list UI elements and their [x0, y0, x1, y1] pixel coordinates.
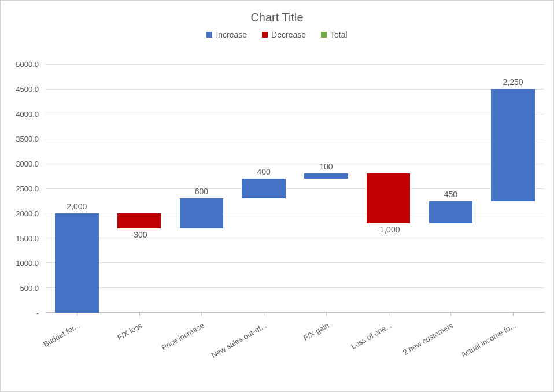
bar-data-label: -1,000: [357, 225, 420, 234]
bar-slot: 400: [232, 64, 295, 313]
x-axis-label: F/X gain: [302, 321, 330, 342]
bar-decrease: [117, 213, 161, 228]
legend-item-decrease: Decrease: [262, 30, 306, 39]
legend-item-increase: Increase: [206, 30, 247, 39]
bar-data-label: 450: [420, 190, 482, 199]
bar-increase: [491, 89, 534, 201]
bar-increase: [304, 173, 348, 179]
bar-data-label: 100: [295, 162, 357, 171]
bar-slot: -1,000: [357, 64, 420, 313]
legend-swatch-increase: [206, 32, 212, 38]
x-label-slot: Actual income fo...: [482, 315, 544, 379]
bar-increase: [180, 198, 223, 228]
bar-slot: 100: [295, 64, 357, 313]
x-label-slot: Budget for...: [46, 315, 108, 379]
x-tick: [389, 313, 389, 316]
bar-data-label: -300: [108, 230, 171, 239]
legend-swatch-total: [321, 32, 327, 38]
y-tick: 4500.0: [16, 85, 39, 94]
x-axis-label: F/X loss: [116, 321, 143, 342]
bar-data-label: 400: [232, 167, 295, 176]
x-axis: Budget for...F/X lossPrice increaseNew s…: [46, 315, 544, 379]
x-label-slot: New sales out-of...: [232, 315, 295, 379]
y-tick: 2000.0: [16, 209, 39, 218]
bar-increase: [55, 213, 98, 313]
legend-swatch-decrease: [262, 32, 268, 38]
x-tick: [450, 313, 451, 316]
bar-increase: [429, 201, 472, 224]
bars-wrap: 2,000-300600400100-1,0004502,250: [46, 64, 544, 313]
bar-data-label: 600: [171, 187, 233, 196]
x-axis-label: Budget for...: [42, 321, 81, 349]
x-tick: [513, 313, 514, 316]
y-tick: 1500.0: [16, 234, 39, 243]
x-tick: [326, 313, 327, 316]
y-tick: 5000.0: [16, 60, 39, 69]
chart-title: Chart Title: [1, 1, 553, 30]
bar-slot: 600: [171, 64, 233, 313]
y-axis: - 500.0 1000.0 1500.0 2000.0 2500.0 3000…: [6, 64, 43, 313]
legend-label-increase: Increase: [216, 30, 247, 39]
legend-item-total: Total: [321, 30, 348, 39]
bar-decrease: [367, 173, 410, 223]
y-tick: 1000.0: [16, 259, 39, 268]
x-tick: [264, 313, 264, 316]
y-tick: 2500.0: [16, 184, 39, 193]
y-tick: 3000.0: [16, 160, 39, 168]
chart-container: Chart Title Increase Decrease Total - 50…: [0, 0, 554, 392]
bar-slot: 2,000: [46, 64, 108, 313]
bar-increase: [242, 179, 285, 198]
legend-label-decrease: Decrease: [271, 30, 306, 39]
y-tick: 4000.0: [16, 110, 39, 119]
x-tick: [201, 313, 202, 316]
y-tick: 500.0: [20, 284, 39, 293]
legend-label-total: Total: [330, 30, 348, 39]
y-tick: 3500.0: [16, 135, 39, 143]
bar-slot: -300: [108, 64, 171, 313]
x-tick: [139, 313, 140, 316]
chart-legend: Increase Decrease Total: [1, 30, 553, 44]
bar-slot: 2,250: [482, 64, 544, 313]
y-tick: -: [36, 309, 39, 317]
x-tick: [77, 313, 77, 316]
bar-data-label: 2,250: [482, 77, 544, 87]
bar-slot: 450: [420, 64, 482, 313]
bar-data-label: 2,000: [46, 202, 108, 211]
plot-wrap: - 500.0 1000.0 1500.0 2000.0 2500.0 3000…: [6, 64, 544, 382]
x-label-slot: F/X gain: [295, 315, 357, 379]
